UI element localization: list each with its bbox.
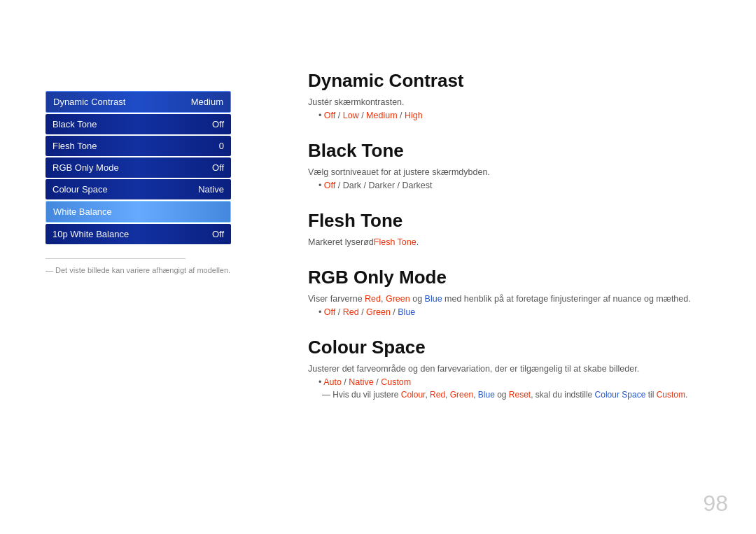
bullet-item: Off / Red / Green / Blue xyxy=(318,307,728,317)
section-flesh-tone: Flesh ToneMarkeret lyserødFlesh Tone. xyxy=(308,210,728,247)
bullet-item: Off / Low / Medium / High xyxy=(318,111,728,120)
section-title-dynamic-contrast: Dynamic Contrast xyxy=(308,70,728,92)
section-rgb-only-mode: RGB Only ModeViser farverne Red, Green o… xyxy=(308,267,728,317)
page-number: 98 xyxy=(703,491,728,517)
menu-item-10p-white-balance[interactable]: 10p White BalanceOff xyxy=(46,224,231,244)
footnote: ― Det viste billede kan variere afhængig… xyxy=(46,266,231,274)
bullet-list-colour-space: Auto / Native / Custom xyxy=(308,377,728,387)
left-menu-panel: Dynamic ContrastMediumBlack ToneOffFlesh… xyxy=(46,91,231,274)
section-title-flesh-tone: Flesh Tone xyxy=(308,210,728,232)
section-desc-rgb-only-mode: Viser farverne Red, Green og Blue med he… xyxy=(308,294,728,304)
section-title-colour-space: Colour Space xyxy=(308,337,728,358)
divider xyxy=(46,258,186,259)
section-desc-colour-space: Justerer det farveområde og den farvevar… xyxy=(308,364,728,374)
section-title-black-tone: Black Tone xyxy=(308,140,728,162)
section-desc-flesh-tone: Markeret lyserødFlesh Tone. xyxy=(308,237,728,247)
right-content-panel: Dynamic ContrastJustér skærmkontrasten.O… xyxy=(308,70,728,419)
menu-item-value: Medium xyxy=(191,97,223,107)
menu-item-label: Black Tone xyxy=(52,119,97,129)
menu-item-label: Flesh Tone xyxy=(52,141,97,151)
section-black-tone: Black ToneVælg sortniveauet for at juste… xyxy=(308,140,728,190)
bullet-list-black-tone: Off / Dark / Darker / Darkest xyxy=(308,181,728,190)
bullet-list-dynamic-contrast: Off / Low / Medium / High xyxy=(308,111,728,120)
bullet-item: Auto / Native / Custom xyxy=(318,377,728,387)
menu-item-value: Off xyxy=(212,119,224,129)
menu-item-label: Dynamic Contrast xyxy=(53,97,125,107)
menu-item-flesh-tone[interactable]: Flesh Tone0 xyxy=(46,136,231,156)
menu-item-label: Colour Space xyxy=(52,184,108,195)
menu-item-rgb-only-mode[interactable]: RGB Only ModeOff xyxy=(46,157,231,178)
section-title-rgb-only-mode: RGB Only Mode xyxy=(308,267,728,288)
section-desc-dynamic-contrast: Justér skærmkontrasten. xyxy=(308,97,728,107)
bullet-item: Off / Dark / Darker / Darkest xyxy=(318,181,728,190)
menu-item-value: 0 xyxy=(219,141,224,151)
section-colour-space: Colour SpaceJusterer det farveområde og … xyxy=(308,337,728,400)
menu-item-value: Off xyxy=(212,162,224,173)
section-desc-black-tone: Vælg sortniveauet for at justere skærmdy… xyxy=(308,167,728,177)
menu-item-dynamic-contrast[interactable]: Dynamic ContrastMedium xyxy=(46,91,231,113)
menu-item-black-tone[interactable]: Black ToneOff xyxy=(46,114,231,134)
menu-item-value: Off xyxy=(212,229,224,239)
bullet-list-rgb-only-mode: Off / Red / Green / Blue xyxy=(308,307,728,317)
menu-item-colour-space[interactable]: Colour SpaceNative xyxy=(46,179,231,199)
menu-item-label: 10p White Balance xyxy=(52,229,129,239)
menu-item-value: Native xyxy=(198,184,224,195)
menu-item-label: RGB Only Mode xyxy=(52,162,119,173)
menu-item-label: White Balance xyxy=(53,206,112,217)
subnote-colour-space: Hvis du vil justere Colour, Red, Green, … xyxy=(308,390,728,400)
menu-item-white-balance[interactable]: White Balance xyxy=(46,201,231,223)
section-dynamic-contrast: Dynamic ContrastJustér skærmkontrasten.O… xyxy=(308,70,728,120)
